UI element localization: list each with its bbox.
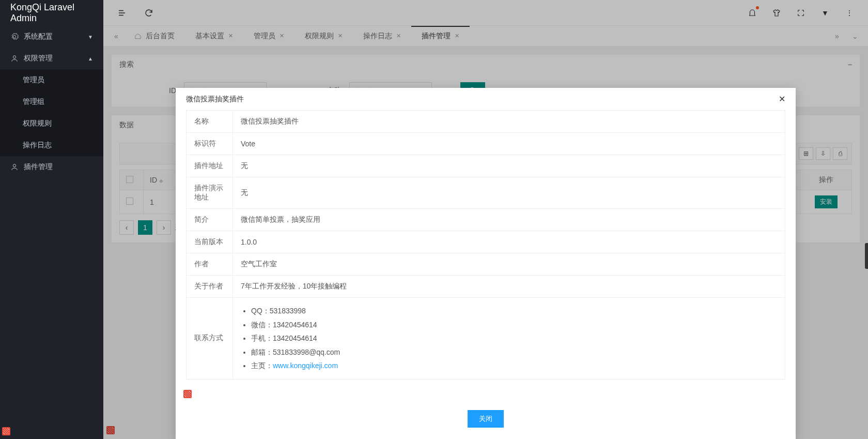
sidebar-item-label: 权限管理 — [24, 54, 53, 63]
sidebar-item-label: 插件管理 — [24, 162, 53, 172]
chevron-down-icon: ▼ — [88, 34, 93, 40]
modal: 微信投票抽奖插件 ✕ 名称微信投票抽奖插件 标识符Vote 插件地址无 插件演示… — [176, 88, 796, 439]
sidebar-item-admins[interactable]: 管理员 — [0, 69, 103, 91]
user-icon — [10, 54, 19, 63]
sidebar-item-rules[interactable]: 权限规则 — [0, 113, 103, 134]
chevron-up-icon: ▲ — [88, 56, 93, 62]
sidebar-item-plugins[interactable]: 插件管理 — [0, 156, 103, 178]
contact-qq: QQ：531833998 — [251, 304, 777, 318]
sidebar-item-system[interactable]: 系统配置 ▼ — [0, 26, 103, 48]
contact-phone: 手机：13420454614 — [251, 331, 777, 345]
modal-title: 微信投票抽奖插件 — [186, 95, 244, 104]
logo: KongQi Laravel Admin — [0, 0, 103, 26]
close-button[interactable]: 关闭 — [468, 410, 504, 428]
close-icon[interactable]: ✕ — [779, 94, 785, 104]
home-link[interactable]: www.kongqikeji.com — [273, 361, 338, 370]
sidebar-item-groups[interactable]: 管理组 — [0, 91, 103, 113]
contact-home: 主页：www.kongqikeji.com — [251, 359, 777, 373]
user-icon — [10, 163, 19, 171]
corner-icon — [0, 425, 103, 439]
sidebar: KongQi Laravel Admin 系统配置 ▼ 权限管理 ▲ 管理员 管… — [0, 0, 103, 439]
corner-icon — [176, 387, 796, 402]
settings-stub[interactable] — [865, 243, 868, 269]
svg-point-0 — [13, 56, 16, 58]
sidebar-item-permission[interactable]: 权限管理 ▲ — [0, 48, 103, 69]
svg-point-1 — [13, 164, 16, 167]
sidebar-item-label: 系统配置 — [24, 32, 53, 41]
contact-email: 邮箱：531833998@qq.com — [251, 345, 777, 359]
contact-wechat: 微信：13420454614 — [251, 318, 777, 332]
sidebar-item-logs[interactable]: 操作日志 — [0, 134, 103, 156]
gear-icon — [10, 33, 19, 41]
